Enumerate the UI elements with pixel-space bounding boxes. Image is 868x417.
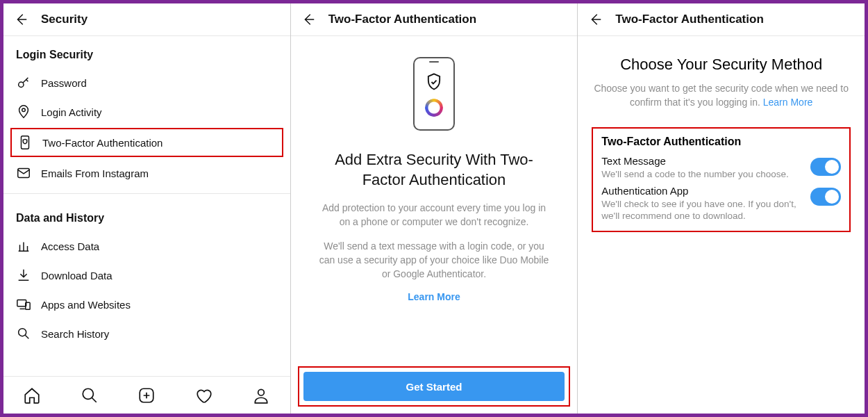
header: Two-Factor Authentication	[291, 3, 578, 36]
choose-body: Choose Your Security Method Choose you w…	[578, 36, 865, 414]
row-search-history[interactable]: Search History	[3, 319, 290, 348]
shield-check-icon	[424, 71, 444, 93]
row-download-data[interactable]: Download Data	[3, 261, 290, 290]
download-icon	[16, 268, 31, 283]
row-label: Download Data	[41, 270, 112, 281]
devices-icon	[16, 297, 31, 312]
svg-point-9	[258, 389, 265, 395]
choose-heading: Choose Your Security Method	[592, 56, 851, 74]
row-emails[interactable]: Emails From Instagram	[3, 158, 290, 188]
row-two-factor[interactable]: Two-Factor Authentication	[10, 128, 283, 157]
phone-illustration	[413, 57, 455, 131]
row-label: Password	[41, 77, 87, 89]
back-arrow-icon[interactable]	[13, 12, 28, 27]
learn-more-link[interactable]: Learn More	[763, 97, 813, 108]
page-title: Security	[41, 13, 87, 26]
method-box: Two-Factor Authentication Text Message W…	[592, 127, 851, 232]
cta-container: Get Started	[298, 366, 571, 407]
add-icon[interactable]	[137, 386, 156, 404]
header: Two-Factor Authentication	[578, 3, 865, 36]
method-desc: We'll send a code to the number you choo…	[601, 168, 801, 181]
text-message-toggle[interactable]	[810, 158, 841, 176]
location-icon	[16, 104, 31, 120]
choose-method-screen: Two-Factor Authentication Choose Your Se…	[578, 3, 865, 414]
row-access-data[interactable]: Access Data	[3, 231, 290, 261]
data-history-heading: Data and History	[3, 199, 290, 231]
home-icon[interactable]	[22, 386, 42, 404]
page-title: Two-Factor Authentication	[328, 13, 476, 26]
method-label: Text Message	[601, 155, 801, 167]
auth-app-toggle[interactable]	[810, 188, 841, 206]
shield-phone-icon	[17, 135, 33, 150]
get-started-button[interactable]: Get Started	[303, 372, 565, 401]
row-label: Emails From Instagram	[41, 167, 149, 179]
svg-point-6	[19, 329, 26, 336]
svg-rect-4	[17, 300, 26, 306]
row-label: Access Data	[41, 240, 99, 252]
svg-point-1	[22, 108, 26, 112]
back-arrow-icon[interactable]	[301, 12, 316, 27]
header: Security	[3, 3, 290, 36]
method-box-heading: Two-Factor Authentication	[601, 136, 841, 148]
page-title: Two-Factor Authentication	[615, 13, 763, 26]
security-body: Login Security Password Login Activity T…	[3, 36, 290, 376]
chart-icon	[16, 238, 31, 254]
svg-point-0	[19, 82, 24, 87]
bottom-nav	[3, 376, 290, 414]
row-apps-websites[interactable]: Apps and Websites	[3, 290, 290, 319]
svg-point-7	[83, 389, 93, 399]
divider	[3, 193, 290, 194]
method-desc: We'll check to see if you have one. If y…	[601, 198, 801, 222]
security-screen: Security Login Security Password Login A…	[3, 3, 291, 414]
row-label: Search History	[41, 328, 109, 340]
search-icon[interactable]	[80, 386, 99, 404]
instagram-ring-icon	[425, 99, 443, 117]
intro-heading: Add Extra Security With Two-Factor Authe…	[316, 150, 553, 190]
back-arrow-icon[interactable]	[587, 12, 603, 27]
row-login-activity[interactable]: Login Activity	[3, 97, 290, 126]
svg-rect-2	[22, 136, 29, 149]
profile-icon[interactable]	[251, 386, 271, 404]
intro-body: Add Extra Security With Two-Factor Authe…	[291, 36, 578, 366]
method-text-message: Text Message We'll send a code to the nu…	[601, 155, 841, 181]
twofactor-intro-screen: Two-Factor Authentication Add Extra Secu…	[291, 3, 578, 414]
intro-paragraph-2: We'll send a text message with a login c…	[316, 239, 553, 281]
method-label: Authentication App	[601, 185, 801, 197]
row-label: Apps and Websites	[41, 299, 131, 311]
row-label: Two-Factor Authentication	[42, 137, 162, 149]
method-auth-app: Authentication App We'll check to see if…	[601, 185, 841, 222]
row-password[interactable]: Password	[3, 68, 290, 97]
svg-rect-3	[18, 169, 30, 178]
choose-subtext: Choose you want to get the security code…	[592, 82, 851, 109]
row-label: Login Activity	[41, 106, 102, 118]
key-icon	[16, 75, 31, 90]
search-icon	[16, 326, 31, 341]
mail-icon	[16, 165, 31, 181]
login-security-heading: Login Security	[3, 36, 290, 68]
activity-icon[interactable]	[194, 386, 214, 404]
learn-more-link[interactable]: Learn More	[408, 291, 460, 302]
intro-paragraph-1: Add protection to your account every tim…	[316, 201, 553, 229]
